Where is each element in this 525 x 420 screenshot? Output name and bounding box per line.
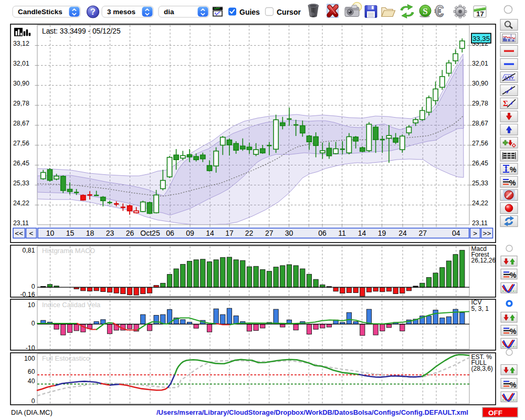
svg-text:Indice Calidad Vela: Indice Calidad Vela <box>42 301 101 309</box>
svg-text:>: > <box>473 229 477 237</box>
svg-text:%: % <box>510 165 517 174</box>
svg-text:>>: >> <box>483 229 491 237</box>
svg-text:26,45: 26,45 <box>13 160 29 167</box>
svg-text:€: € <box>435 2 444 20</box>
svg-text:14: 14 <box>358 229 366 237</box>
svg-text:22: 22 <box>245 229 254 237</box>
svg-text:23: 23 <box>106 229 114 237</box>
svg-text:%: % <box>510 327 517 335</box>
svg-text:32,01: 32,01 <box>13 60 29 67</box>
svg-text:-10: -10 <box>26 344 35 352</box>
svg-text:06: 06 <box>318 229 327 237</box>
svg-text:0: 0 <box>32 320 35 327</box>
svg-text:Cursor: Cursor <box>277 8 301 16</box>
svg-text:24: 24 <box>398 229 407 237</box>
svg-text:14: 14 <box>206 229 214 237</box>
svg-text:11: 11 <box>338 229 346 237</box>
svg-text:24,22: 24,22 <box>472 200 488 207</box>
svg-text:24,22: 24,22 <box>13 200 29 207</box>
svg-text:100: 100 <box>24 355 35 362</box>
svg-text:32,01: 32,01 <box>472 60 488 67</box>
svg-text:0,81: 0,81 <box>23 247 35 254</box>
svg-text:Histgrama MACD: Histgrama MACD <box>42 247 95 255</box>
svg-text:10: 10 <box>46 229 55 237</box>
svg-text:-0,16: -0,16 <box>20 291 35 298</box>
svg-text:Last: 33.3499 - 05/12/25: Last: 33.3499 - 05/12/25 <box>42 27 121 35</box>
svg-text:27,56: 27,56 <box>472 140 488 147</box>
svg-text:30,90: 30,90 <box>472 80 488 87</box>
svg-text:15: 15 <box>66 229 75 237</box>
svg-text:30: 30 <box>285 229 293 237</box>
svg-text:3 mesos: 3 mesos <box>107 8 135 16</box>
svg-text:23,11: 23,11 <box>13 219 29 227</box>
svg-text:28,67: 28,67 <box>13 120 29 127</box>
svg-text:10: 10 <box>28 301 35 309</box>
svg-text:28,67: 28,67 <box>472 120 488 127</box>
svg-text:<: < <box>29 229 34 237</box>
svg-text:<<: << <box>15 229 23 237</box>
svg-text:29,78: 29,78 <box>13 100 29 107</box>
svg-text:23,11: 23,11 <box>472 219 488 227</box>
svg-text:26,45: 26,45 <box>472 160 488 167</box>
svg-text:18: 18 <box>86 229 94 237</box>
svg-text:OFF: OFF <box>488 409 502 417</box>
svg-text:06: 06 <box>166 229 174 237</box>
svg-text:S: S <box>423 6 427 16</box>
svg-text:29,78: 29,78 <box>472 100 488 107</box>
svg-text:(28,3,6): (28,3,6) <box>471 365 493 372</box>
svg-text:30,90: 30,90 <box>13 80 29 87</box>
svg-text:Oct25: Oct25 <box>140 229 160 237</box>
svg-text:Full Estocastico: Full Estocastico <box>42 354 90 362</box>
svg-text:04: 04 <box>452 229 460 237</box>
svg-text:%: % <box>510 381 517 389</box>
svg-text:27: 27 <box>265 229 274 237</box>
svg-text:26: 26 <box>126 229 134 237</box>
svg-text:33,12: 33,12 <box>13 40 29 47</box>
svg-text:%: % <box>509 178 516 187</box>
svg-text:27,56: 27,56 <box>13 140 29 147</box>
svg-text:17: 17 <box>476 10 484 18</box>
svg-text:27: 27 <box>419 229 427 237</box>
svg-text:CandleSticks: CandleSticks <box>18 8 62 16</box>
svg-text:25,33: 25,33 <box>472 180 488 187</box>
svg-text:%: % <box>510 271 517 279</box>
svg-text:26,12,26: 26,12,26 <box>471 257 496 264</box>
svg-text:33,35: 33,35 <box>472 35 490 43</box>
svg-text:DIA (DIA.MC): DIA (DIA.MC) <box>11 408 52 416</box>
svg-text:0: 0 <box>32 397 35 405</box>
svg-text:/Users/mserra/Library/CloudSto: /Users/mserra/Library/CloudStorage/Dropb… <box>156 408 468 416</box>
svg-text:0: 0 <box>32 283 35 290</box>
svg-text:60: 60 <box>28 368 35 375</box>
svg-text:?: ? <box>90 7 96 16</box>
svg-text:dia: dia <box>164 8 174 16</box>
svg-text:5, 3, 1: 5, 3, 1 <box>471 305 489 312</box>
svg-text:Guies: Guies <box>239 8 260 16</box>
svg-text:25,33: 25,33 <box>13 180 29 187</box>
svg-text:19: 19 <box>378 229 386 237</box>
svg-text:09: 09 <box>186 229 194 237</box>
svg-text:40: 40 <box>28 377 35 385</box>
svg-text:17: 17 <box>225 229 234 237</box>
